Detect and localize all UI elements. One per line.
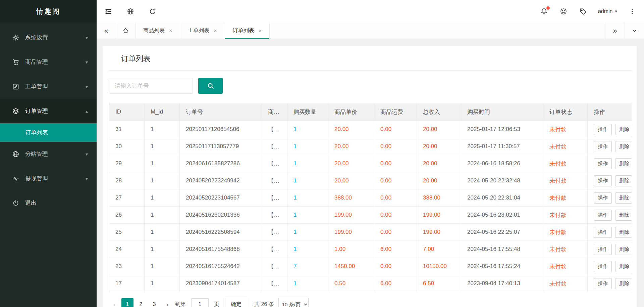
goto-label: 到第: [175, 301, 186, 307]
cell-status: 未付款: [543, 258, 588, 275]
cell-time: 2025-01-17 11:30:57: [461, 138, 543, 155]
cell-id: 24: [109, 241, 145, 258]
tab-ticket-list[interactable]: 工单列表×: [180, 23, 225, 39]
table-row: 28120240520223249942【…120.000.0020.00202…: [109, 172, 632, 189]
row-delete-button[interactable]: 删除: [615, 261, 632, 272]
tag-icon[interactable]: [579, 8, 587, 15]
row-delete-button[interactable]: 删除: [615, 175, 632, 186]
refresh-icon[interactable]: [149, 8, 156, 15]
row-delete-button[interactable]: 删除: [615, 244, 632, 255]
table-row: 17120230904174014587【…10.506.006.502023-…: [109, 275, 632, 292]
cell-shipping: 0.00: [374, 224, 417, 241]
cell-m_id: 1: [145, 138, 180, 155]
cell-qty: 1: [287, 172, 328, 189]
col-header-id: ID: [109, 103, 145, 121]
col-header-income: 总收入: [417, 103, 461, 121]
row-delete-button[interactable]: 删除: [615, 158, 632, 169]
cell-income: 388.00: [417, 189, 461, 207]
table-row: 30120250117113057779【…120.000.0020.00202…: [109, 138, 632, 155]
row-action-button[interactable]: 操作: [594, 124, 612, 135]
row-delete-button[interactable]: 删除: [615, 210, 632, 221]
sidebar-item-orders[interactable]: 订单管理▴: [0, 99, 97, 123]
row-action-button[interactable]: 操作: [594, 278, 612, 289]
col-header-order_no: 订单号: [180, 103, 262, 121]
chevron-down-icon: [631, 28, 638, 34]
close-icon[interactable]: ×: [259, 28, 262, 34]
row-action-button[interactable]: 操作: [594, 175, 612, 186]
notifications-icon[interactable]: [540, 8, 548, 15]
cell-time: 2023-09-04 17:40:13: [461, 275, 543, 292]
tab-list: 商品列表×工单列表×订单列表×: [136, 23, 270, 39]
home-icon: [122, 28, 129, 34]
pagination: ‹ 123 › 到第 页 确定 共 26 条 10 条/页: [109, 298, 632, 307]
sidebar-item-system[interactable]: 系统设置▾: [0, 25, 97, 50]
row-delete-button[interactable]: 删除: [615, 278, 632, 289]
content-scroll-area[interactable]: 订单列表 IDM_id订单号商…购买数量商品单价商品运费总收入购买时间订单状态操…: [97, 39, 644, 307]
search-button[interactable]: [198, 78, 223, 94]
row-action-button[interactable]: 操作: [594, 210, 612, 221]
sidebar-subitem-label: 订单列表: [25, 129, 48, 136]
row-action-button[interactable]: 操作: [594, 158, 612, 169]
cell-shipping: 6.00: [374, 275, 417, 292]
prev-page-icon[interactable]: ‹: [109, 298, 120, 307]
tab-order-list[interactable]: 订单列表×: [225, 23, 270, 39]
sites-icon: [12, 150, 19, 158]
row-delete-button[interactable]: 删除: [615, 192, 632, 204]
goto-confirm-button[interactable]: 确定: [225, 298, 247, 307]
cell-status: 未付款: [543, 172, 588, 189]
cell-m_id: 1: [145, 224, 180, 241]
tab-home[interactable]: [116, 23, 136, 39]
sidebar-item-sites[interactable]: 分站管理▾: [0, 142, 97, 166]
table-row: 23120240516175524642【…71450.000.0010150.…: [109, 258, 632, 275]
tabs-scroll-left-button[interactable]: «: [97, 23, 116, 39]
cell-product: 【…: [262, 138, 287, 155]
more-icon[interactable]: [629, 8, 636, 15]
row-action-button[interactable]: 操作: [594, 244, 612, 255]
cell-shipping: 0.00: [374, 258, 417, 275]
tabs-collapse-button[interactable]: [625, 23, 644, 39]
row-action-button[interactable]: 操作: [594, 261, 612, 272]
per-page-select[interactable]: 10 条/页: [278, 298, 309, 307]
cell-income: 10150.00: [417, 258, 461, 275]
row-delete-button[interactable]: 删除: [615, 141, 632, 152]
cell-price: 20.00: [328, 138, 374, 155]
user-menu[interactable]: admin ▾: [598, 8, 617, 14]
cell-actions: 操作删除: [588, 241, 632, 258]
sidebar-item-goods[interactable]: 商品管理▾: [0, 50, 97, 74]
row-action-button[interactable]: 操作: [594, 227, 612, 238]
close-icon[interactable]: ×: [169, 28, 172, 34]
goto-page-input[interactable]: [191, 298, 209, 307]
close-icon[interactable]: ×: [214, 28, 217, 34]
page-number-1[interactable]: 1: [121, 298, 133, 307]
cell-actions: 操作删除: [588, 121, 632, 138]
row-action-button[interactable]: 操作: [594, 192, 612, 204]
row-action-button[interactable]: 操作: [594, 141, 612, 152]
sidebar-item-logout[interactable]: 退出: [0, 191, 97, 215]
cell-id: 25: [109, 224, 145, 241]
next-page-icon[interactable]: ›: [161, 298, 173, 307]
table-row: 24120240516175548868【…11.006.007.002024-…: [109, 241, 632, 258]
search-icon: [207, 82, 214, 90]
cell-product: 【…: [262, 155, 287, 172]
sidebar-subitem-order-list[interactable]: 订单列表: [0, 123, 97, 142]
emoji-icon[interactable]: [560, 8, 567, 15]
page-number-3[interactable]: 3: [148, 298, 160, 307]
collapse-sidebar-icon[interactable]: [105, 8, 112, 15]
notification-dot: [546, 6, 550, 10]
row-delete-button[interactable]: 删除: [615, 227, 632, 238]
sidebar-item-tickets[interactable]: 工单管理▾: [0, 74, 97, 99]
cell-id: 31: [109, 121, 145, 138]
table-scroll-area[interactable]: IDM_id订单号商…购买数量商品单价商品运费总收入购买时间订单状态操作 311…: [109, 103, 632, 292]
language-icon[interactable]: [127, 8, 134, 15]
sidebar-item-withdraw[interactable]: 提现管理▾: [0, 166, 97, 191]
col-header-m_id: M_id: [145, 103, 180, 121]
page-number-2[interactable]: 2: [135, 298, 147, 307]
row-delete-button[interactable]: 删除: [615, 124, 632, 135]
tab-goods-list[interactable]: 商品列表×: [136, 23, 180, 39]
cell-id: 17: [109, 275, 145, 292]
order-number-search-input[interactable]: [109, 78, 193, 94]
tabs-scroll-right-button[interactable]: »: [605, 23, 625, 39]
cell-qty: 1: [287, 189, 328, 207]
cell-qty: 1: [287, 241, 328, 258]
cell-income: 20.00: [417, 172, 461, 189]
